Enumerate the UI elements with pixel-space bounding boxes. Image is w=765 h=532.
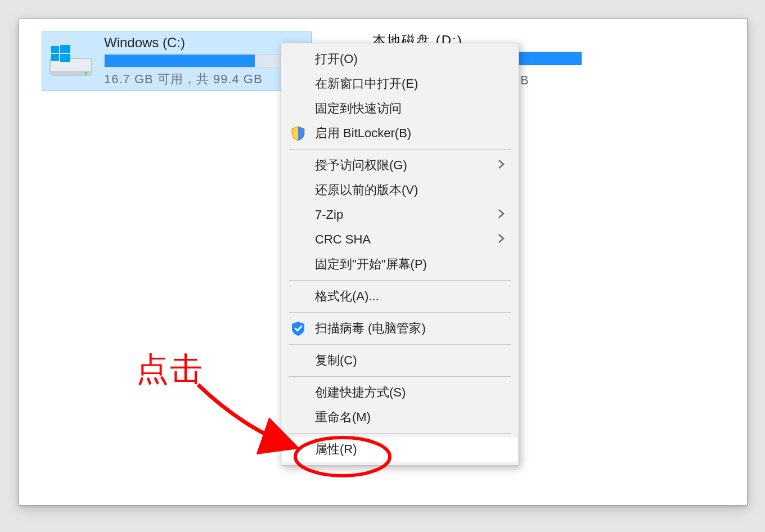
menu-label: 扫描病毒 (电脑管家) [315,320,426,337]
menu-open[interactable]: 打开(O) [282,47,518,71]
menu-pin-quick-access[interactable]: 固定到快速访问 [282,96,518,121]
drive-c-tile[interactable]: Windows (C:) 16.7 GB 可用，共 99.4 GB [42,31,312,91]
menu-label: 还原以前的版本(V) [315,182,418,199]
menu-separator [289,376,511,377]
svg-rect-6 [60,54,70,62]
menu-7zip[interactable]: 7-Zip [282,202,518,227]
context-menu: 打开(O) 在新窗口中打开(E) 固定到快速访问 启用 BitLocker(B)… [281,43,519,466]
submenu-arrow-icon [497,158,505,173]
menu-label: 格式化(A)... [315,288,379,305]
menu-bitlocker[interactable]: 启用 BitLocker(B) [282,121,518,146]
drive-d-tail-peek: B [520,73,529,88]
shield-icon [290,125,306,141]
menu-separator [289,312,511,313]
drive-usage-fill [105,55,255,67]
menu-label: 创建快捷方式(S) [315,384,406,401]
annotation-text: 点击 [136,348,204,391]
menu-separator [289,149,511,150]
drive-d-bar-peek [508,52,582,65]
drive-icon [48,42,94,81]
menu-label: 属性(R) [315,441,357,458]
menu-label: 复制(C) [315,352,357,369]
drive-usage-bar [104,54,285,67]
menu-properties[interactable]: 属性(R) [282,437,518,462]
menu-separator [289,280,511,281]
antivirus-shield-icon [290,321,306,336]
drive-usage-text: 16.7 GB 可用，共 99.4 GB [104,71,311,88]
menu-separator [289,344,511,345]
menu-label: 固定到"开始"屏幕(P) [315,256,427,273]
menu-scan-virus[interactable]: 扫描病毒 (电脑管家) [282,316,518,341]
menu-label: 重命名(M) [315,409,371,426]
submenu-arrow-icon [497,208,505,222]
menu-create-shortcut[interactable]: 创建快捷方式(S) [282,380,518,405]
svg-rect-5 [51,54,59,61]
menu-grant-access[interactable]: 授予访问权限(G) [282,153,518,178]
menu-open-new-window[interactable]: 在新窗口中打开(E) [282,71,518,96]
menu-label: 在新窗口中打开(E) [315,75,418,92]
menu-label: 7-Zip [315,208,343,222]
drive-name: Windows (C:) [104,35,311,51]
menu-copy[interactable]: 复制(C) [282,348,518,373]
submenu-arrow-icon [497,232,505,247]
svg-point-2 [85,72,88,75]
annotation-arrow [198,385,294,447]
menu-restore-previous[interactable]: 还原以前的版本(V) [282,178,518,202]
menu-separator [289,433,511,434]
drive-info: Windows (C:) 16.7 GB 可用，共 99.4 GB [104,35,311,88]
menu-label: 固定到快速访问 [315,100,402,117]
menu-rename[interactable]: 重命名(M) [282,405,518,430]
menu-crc-sha[interactable]: CRC SHA [282,227,518,252]
svg-rect-4 [60,45,70,53]
menu-label: CRC SHA [315,232,371,247]
menu-label: 授予访问权限(G) [315,157,407,174]
menu-format[interactable]: 格式化(A)... [282,284,518,309]
menu-pin-start[interactable]: 固定到"开始"屏幕(P) [282,252,518,277]
menu-label: 启用 BitLocker(B) [315,125,411,142]
menu-label: 打开(O) [315,51,358,67]
explorer-window: Windows (C:) 16.7 GB 可用，共 99.4 GB 本地磁盘 (… [19,19,748,506]
svg-rect-3 [51,46,59,53]
